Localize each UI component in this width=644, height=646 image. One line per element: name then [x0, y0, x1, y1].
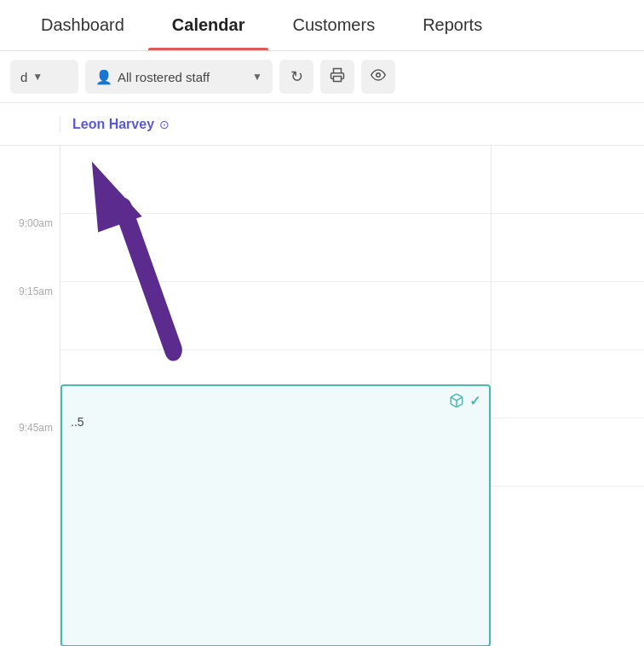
extra-row-3	[492, 282, 644, 350]
event-card[interactable]: ✓ ..5	[60, 384, 491, 646]
refresh-icon: ↻	[290, 67, 303, 86]
print-button[interactable]	[320, 60, 354, 94]
staff-name[interactable]: Leon Harvey	[72, 117, 154, 132]
time-column: 9:00am 9:15am 9:45am	[0, 146, 60, 646]
svg-point-1	[377, 72, 381, 77]
calendar-area: Leon Harvey ⊙ 9:00am 9:15am 9:45am	[0, 103, 644, 646]
staff-chevron-icon: ▼	[252, 71, 262, 83]
staff-header: Leon Harvey ⊙	[0, 103, 644, 146]
staff-col-header: Leon Harvey ⊙	[60, 117, 491, 132]
toolbar: d ▼ 👤 All rostered staff ▼ ↻	[0, 51, 644, 103]
staff-dropdown[interactable]: 👤 All rostered staff ▼	[85, 60, 273, 94]
period-dropdown[interactable]: d ▼	[10, 60, 78, 94]
check-icon: ✓	[469, 393, 480, 412]
staff-person-icon: 👤	[95, 69, 112, 85]
svg-rect-0	[334, 76, 342, 81]
top-nav: Dashboard Calendar Customers Reports	[0, 0, 644, 51]
package-icon	[449, 393, 464, 412]
time-slot-945: 9:45am	[0, 418, 60, 487]
time-slot-915: 9:15am	[0, 282, 60, 350]
grid-row-2	[60, 214, 491, 282]
extra-row-2	[492, 214, 644, 282]
refresh-button[interactable]: ↻	[279, 60, 313, 94]
time-slot-empty1	[0, 146, 60, 214]
visibility-button[interactable]	[361, 60, 395, 94]
extra-row-5	[492, 418, 644, 487]
nav-calendar[interactable]: Calendar	[148, 0, 269, 50]
grid-row-1	[60, 146, 491, 214]
event-card-header: ✓	[71, 393, 480, 412]
nav-reports[interactable]: Reports	[399, 0, 506, 50]
clock-icon: ⊙	[159, 118, 170, 131]
print-icon	[330, 67, 345, 87]
nav-dashboard[interactable]: Dashboard	[17, 0, 148, 50]
main-column: ✓ ..5	[60, 146, 491, 646]
time-slot-900: 9:00am	[0, 214, 60, 282]
nav-customers[interactable]: Customers	[268, 0, 399, 50]
extra-column	[491, 146, 644, 646]
extra-row-1	[492, 146, 644, 214]
grid-row-3	[60, 282, 491, 350]
extra-row-4	[492, 350, 644, 418]
period-chevron-icon: ▼	[32, 71, 43, 83]
event-text: ..5	[71, 415, 480, 429]
calendar-grid: 9:00am 9:15am 9:45am	[0, 146, 644, 646]
time-slot-930	[0, 350, 60, 418]
eye-icon	[371, 67, 386, 87]
